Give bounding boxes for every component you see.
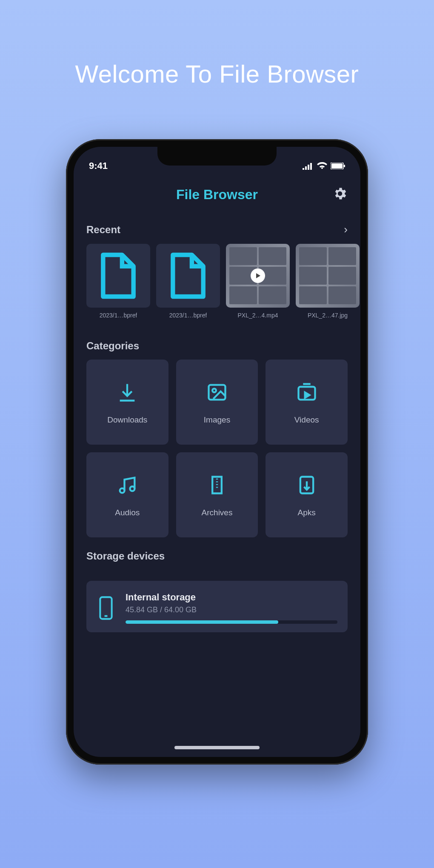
category-label: Audios (115, 508, 140, 517)
categories-title: Categories (86, 340, 139, 352)
status-time: 9:41 (89, 160, 108, 171)
file-thumbnail (86, 244, 150, 308)
gear-icon (332, 186, 348, 201)
recent-header[interactable]: Recent › (74, 210, 360, 244)
video-icon (294, 380, 320, 405)
category-archives[interactable]: Archives (176, 452, 258, 537)
chevron-right-icon: › (344, 223, 348, 236)
app-title: File Browser (176, 187, 258, 203)
storage-name: Internal storage (126, 592, 337, 603)
wifi-icon (317, 162, 327, 170)
storage-progress (126, 620, 337, 624)
promo-title: Welcome To File Browser (75, 60, 359, 88)
storage-internal[interactable]: Internal storage 45.84 GB / 64.00 GB (86, 581, 348, 632)
audio-icon (114, 472, 140, 498)
settings-button[interactable] (332, 186, 348, 201)
file-thumbnail (156, 244, 220, 308)
image-thumbnail (296, 244, 360, 308)
recent-title: Recent (86, 224, 120, 236)
recent-item[interactable]: 2023/1…bpref (86, 244, 150, 319)
recent-filename: 2023/1…bpref (100, 312, 137, 319)
status-right (303, 162, 345, 170)
phone-frame: 9:41 File Browser Recent › 2023/1…bpr (66, 139, 368, 765)
apk-icon (294, 472, 320, 498)
category-label: Downloads (107, 415, 147, 425)
categories-header: Categories (74, 327, 360, 360)
category-label: Images (204, 415, 230, 425)
category-label: Apks (298, 508, 316, 517)
category-label: Videos (294, 415, 319, 425)
recent-filename: PXL_2…4.mp4 (238, 312, 278, 319)
phone-storage-icon (97, 596, 115, 620)
download-icon (114, 380, 140, 405)
storage-info: Internal storage 45.84 GB / 64.00 GB (126, 592, 337, 624)
storage-usage: 45.84 GB / 64.00 GB (126, 605, 337, 614)
recent-filename: PXL_2…47.jpg (308, 312, 348, 319)
category-images[interactable]: Images (176, 360, 258, 445)
categories-grid: Downloads Images Videos Audios (74, 360, 360, 537)
category-apks[interactable]: Apks (266, 452, 348, 537)
app-header: File Browser (74, 177, 360, 210)
signal-icon (303, 162, 314, 170)
video-thumbnail (226, 244, 290, 308)
svg-rect-1 (331, 163, 343, 168)
recent-filename: 2023/1…bpref (169, 312, 207, 319)
play-icon (251, 268, 265, 283)
storage-title: Storage devices (86, 550, 165, 562)
image-icon (204, 380, 230, 405)
svg-point-4 (212, 388, 216, 392)
svg-rect-2 (344, 165, 345, 167)
svg-point-7 (130, 486, 135, 491)
file-icon (99, 252, 137, 299)
recent-item[interactable]: 2023/1…bpref (156, 244, 220, 319)
recent-item[interactable]: PXL_2…4.mp4 (226, 244, 290, 319)
phone-notch (157, 147, 277, 166)
recent-item[interactable]: PXL_2…47.jpg (296, 244, 360, 319)
category-label: Archives (202, 508, 233, 517)
battery-icon (331, 163, 345, 169)
storage-progress-fill (126, 620, 278, 624)
phone-screen: 9:41 File Browser Recent › 2023/1…bpr (74, 147, 360, 757)
storage-header: Storage devices (74, 537, 360, 570)
file-icon (169, 252, 207, 299)
category-audios[interactable]: Audios (86, 452, 168, 537)
svg-point-6 (120, 488, 125, 493)
archive-icon (204, 472, 230, 498)
home-indicator[interactable] (174, 746, 260, 749)
category-videos[interactable]: Videos (266, 360, 348, 445)
category-downloads[interactable]: Downloads (86, 360, 168, 445)
recent-row: 2023/1…bpref 2023/1…bpref PXL_2…4.mp4 (74, 244, 360, 323)
